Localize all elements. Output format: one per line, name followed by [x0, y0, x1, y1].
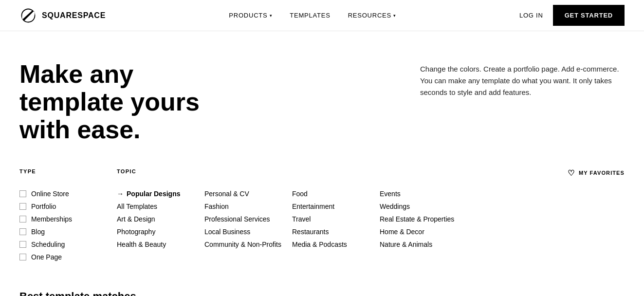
login-button[interactable]: LOG IN [519, 12, 543, 19]
hero-title: Make any template yours with ease. [19, 60, 224, 144]
topic-professional-services[interactable]: Professional Services [204, 215, 292, 223]
topic-local-business[interactable]: Local Business [204, 228, 292, 236]
topic-col-2: Personal & CV Fashion Professional Servi… [204, 190, 292, 253]
hero-description: Change the colors. Create a portfolio pa… [420, 60, 625, 98]
topic-col-1: Popular Designs All Templates Art & Desi… [117, 190, 204, 253]
topic-nature-animals[interactable]: Nature & Animals [380, 240, 467, 248]
nav-resources[interactable]: RESOURCES ▾ [348, 12, 396, 19]
topic-health-beauty[interactable]: Health & Beauty [117, 240, 204, 248]
topic-all-templates[interactable]: All Templates [117, 203, 204, 210]
logo[interactable]: SQUARESPACE [19, 7, 106, 24]
topic-home-decor[interactable]: Home & Decor [380, 228, 467, 236]
topic-food[interactable]: Food [292, 190, 380, 198]
topic-travel[interactable]: Travel [292, 215, 380, 223]
logo-text: SQUARESPACE [42, 11, 106, 20]
nav-products[interactable]: PRODUCTS ▾ [229, 12, 272, 19]
type-scheduling[interactable]: Scheduling [19, 240, 117, 248]
get-started-button[interactable]: GET STARTED [553, 5, 625, 26]
checkbox-blog[interactable] [19, 228, 26, 235]
hero-section: Make any template yours with ease. Chang… [0, 31, 644, 164]
checkbox-online-store[interactable] [19, 190, 26, 197]
type-filter-label: TYPE [19, 168, 117, 174]
chevron-down-icon: ▾ [270, 13, 273, 18]
topic-filter-label: TOPIC [117, 168, 568, 174]
heart-icon: ♡ [568, 168, 575, 178]
checkbox-portfolio[interactable] [19, 203, 26, 210]
filter-section: TYPE TOPIC ♡ MY FAVORITES Online Store P… [0, 164, 644, 280]
topic-col-3: Food Entertainment Travel Restaurants Me… [292, 190, 380, 253]
type-portfolio[interactable]: Portfolio [19, 203, 117, 210]
chevron-down-icon: ▾ [393, 13, 396, 18]
topic-real-estate[interactable]: Real Estate & Properties [380, 215, 467, 223]
checkbox-memberships[interactable] [19, 216, 26, 222]
topic-art-design[interactable]: Art & Design [117, 215, 204, 223]
my-favorites-button[interactable]: ♡ MY FAVORITES [568, 168, 625, 178]
topic-weddings[interactable]: Weddings [380, 203, 467, 210]
best-matches-section: Best template matches Sofia Pazari Holle… [0, 280, 644, 296]
topic-col-4: Events Weddings Real Estate & Properties… [380, 190, 467, 253]
topic-restaurants[interactable]: Restaurants [292, 228, 380, 236]
topic-personal-cv[interactable]: Personal & CV [204, 190, 292, 198]
header-actions: LOG IN GET STARTED [519, 5, 625, 26]
type-filter-column: Online Store Portfolio Memberships Blog … [19, 190, 117, 266]
main-nav: PRODUCTS ▾ TEMPLATES RESOURCES ▾ [229, 12, 396, 19]
topic-photography[interactable]: Photography [117, 228, 204, 236]
topic-fashion[interactable]: Fashion [204, 203, 292, 210]
type-online-store[interactable]: Online Store [19, 190, 117, 198]
topic-entertainment[interactable]: Entertainment [292, 203, 380, 210]
squarespace-logo-icon [19, 7, 37, 24]
checkbox-one-page[interactable] [19, 254, 26, 260]
type-memberships[interactable]: Memberships [19, 215, 117, 223]
topic-media-podcasts[interactable]: Media & Podcasts [292, 240, 380, 248]
topic-community-nonprofits[interactable]: Community & Non-Profits [204, 240, 292, 248]
best-matches-title: Best template matches [19, 290, 625, 296]
nav-templates[interactable]: TEMPLATES [290, 12, 330, 19]
topic-popular-designs[interactable]: Popular Designs [117, 190, 204, 198]
topic-events[interactable]: Events [380, 190, 467, 198]
type-one-page[interactable]: One Page [19, 253, 117, 261]
header: SQUARESPACE PRODUCTS ▾ TEMPLATES RESOURC… [0, 0, 644, 31]
filter-row: Online Store Portfolio Memberships Blog … [19, 190, 625, 266]
type-blog[interactable]: Blog [19, 228, 117, 236]
checkbox-scheduling[interactable] [19, 241, 26, 248]
topic-filter-columns: Popular Designs All Templates Art & Desi… [117, 190, 625, 253]
